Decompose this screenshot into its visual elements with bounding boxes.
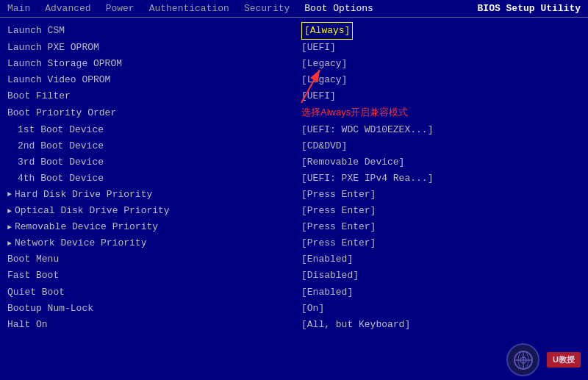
menu-bar: Main Advanced Power Authentication Secur… <box>0 0 588 18</box>
row-launch-pxe[interactable]: Launch PXE OPROM [UEFI] <box>7 40 581 56</box>
label-launch-pxe: Launch PXE OPROM <box>7 40 294 56</box>
annotation-text: 选择Always开启兼容模式 <box>301 107 408 118</box>
label-3rd-boot: 3rd Boot Device <box>7 154 294 171</box>
bios-content: Launch CSM [Always] Launch PXE OPROM [UE… <box>0 18 588 376</box>
label-boot-filter: Boot Filter <box>7 88 294 104</box>
value-4th-boot: [UEFI: PXE IPv4 Rea...] <box>294 171 581 187</box>
value-always: [Always] <box>301 22 353 40</box>
row-bootup-numlock[interactable]: Bootup Num-Lock [On] <box>7 301 581 317</box>
label-4th-boot: 4th Boot Device <box>7 171 294 187</box>
menu-items: Main Advanced Power Authentication Secur… <box>7 3 373 14</box>
row-quiet-boot[interactable]: Quiet Boot [Enabled] <box>7 284 581 301</box>
value-launch-video: [Legacy] <box>294 72 581 88</box>
label-bootup-numlock: Bootup Num-Lock <box>7 301 294 317</box>
value-launch-pxe: [UEFI] <box>294 40 581 56</box>
menu-main[interactable]: Main <box>7 3 30 14</box>
value-hdd-priority: [Press Enter] <box>294 187 581 203</box>
value-boot-priority-order: 选择Always开启兼容模式 <box>294 104 581 121</box>
label-1st-boot: 1st Boot Device <box>7 122 294 138</box>
label-launch-video: Launch Video OPROM <box>7 72 294 88</box>
row-removable-priority[interactable]: ► Removable Device Priority [Press Enter… <box>7 219 581 235</box>
row-network-priority[interactable]: ► Network Device Priority [Press Enter] <box>7 235 581 251</box>
value-odd-priority: [Press Enter] <box>294 203 581 219</box>
triangle-icon-odd: ► <box>7 205 12 218</box>
row-launch-storage[interactable]: Launch Storage OPROM [Legacy] <box>7 56 581 72</box>
row-3rd-boot[interactable]: 3rd Boot Device [Removable Device] <box>7 154 581 171</box>
row-boot-menu[interactable]: Boot Menu [Enabled] <box>7 251 581 268</box>
row-launch-csm[interactable]: Launch CSM [Always] <box>7 22 581 40</box>
row-4th-boot[interactable]: 4th Boot Device [UEFI: PXE IPv4 Rea...] <box>7 171 581 187</box>
value-bootup-numlock: [On] <box>294 301 581 317</box>
label-2nd-boot: 2nd Boot Device <box>7 138 294 154</box>
row-fast-boot[interactable]: Fast Boot [Disabled] <box>7 268 581 284</box>
label-fast-boot: Fast Boot <box>7 268 294 284</box>
label-quiet-boot: Quiet Boot <box>7 284 294 301</box>
row-2nd-boot[interactable]: 2nd Boot Device [CD&DVD] <box>7 138 581 154</box>
bios-title: BIOS Setup Utility <box>478 3 581 14</box>
triangle-icon-hdd: ► <box>7 188 12 201</box>
value-fast-boot: [Disabled] <box>294 268 581 284</box>
row-hdd-priority[interactable]: ► Hard Disk Drive Priority [Press Enter] <box>7 187 581 203</box>
value-2nd-boot: [CD&DVD] <box>294 138 581 154</box>
value-1st-boot: [UEFI: WDC WD10EZEX...] <box>294 122 581 138</box>
value-halt-on: [All, but Keyboard] <box>294 317 581 333</box>
label-hdd-priority: ► Hard Disk Drive Priority <box>7 187 294 203</box>
row-boot-priority-order: Boot Priority Order 选择Always开启兼容模式 <box>7 104 581 121</box>
menu-advanced[interactable]: Advanced <box>45 3 90 14</box>
watermark-area: U教授 <box>506 343 581 376</box>
watermark-circle <box>506 343 539 376</box>
value-launch-storage: [Legacy] <box>294 56 581 72</box>
watermark-badge: U教授 <box>547 352 581 368</box>
menu-power[interactable]: Power <box>106 3 135 14</box>
label-boot-priority-order: Boot Priority Order <box>7 104 294 121</box>
row-boot-filter[interactable]: Boot Filter [UEFI] <box>7 88 581 104</box>
triangle-icon-network: ► <box>7 237 12 250</box>
value-quiet-boot: [Enabled] <box>294 284 581 301</box>
label-halt-on: Halt On <box>7 317 294 333</box>
row-odd-priority[interactable]: ► Optical Disk Drive Priority [Press Ent… <box>7 203 581 219</box>
row-launch-video[interactable]: Launch Video OPROM [Legacy] <box>7 72 581 88</box>
label-boot-menu: Boot Menu <box>7 251 294 268</box>
value-3rd-boot: [Removable Device] <box>294 154 581 171</box>
row-halt-on[interactable]: Halt On [All, but Keyboard] <box>7 317 581 333</box>
menu-security[interactable]: Security <box>244 3 290 14</box>
value-launch-csm: [Always] <box>294 22 581 40</box>
label-removable-priority: ► Removable Device Priority <box>7 219 294 235</box>
row-1st-boot[interactable]: 1st Boot Device [UEFI: WDC WD10EZEX...] <box>7 122 581 138</box>
triangle-icon-removable: ► <box>7 221 12 234</box>
menu-authentication[interactable]: Authentication <box>149 3 229 14</box>
menu-boot-options[interactable]: Boot Options <box>304 3 373 14</box>
value-boot-menu: [Enabled] <box>294 251 581 268</box>
value-boot-filter: [UEFI] <box>294 88 581 104</box>
value-network-priority: [Press Enter] <box>294 235 581 251</box>
label-network-priority: ► Network Device Priority <box>7 235 294 251</box>
label-launch-csm: Launch CSM <box>7 22 294 40</box>
value-removable-priority: [Press Enter] <box>294 219 581 235</box>
label-launch-storage: Launch Storage OPROM <box>7 56 294 72</box>
label-odd-priority: ► Optical Disk Drive Priority <box>7 203 294 219</box>
